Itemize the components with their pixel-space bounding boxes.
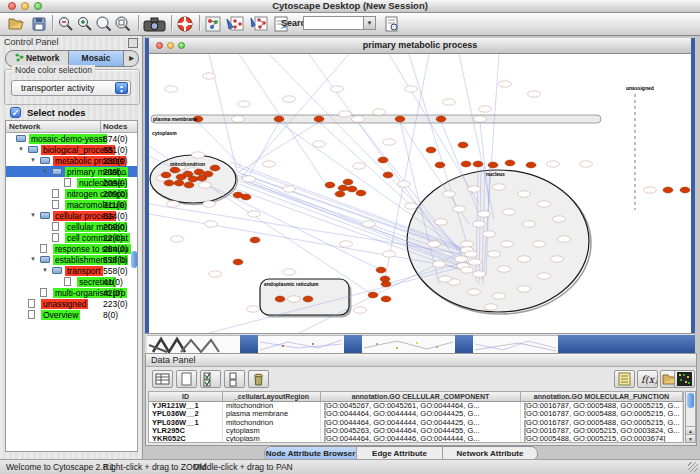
table-cell[interactable]: mitochondrion	[223, 419, 321, 427]
tree-row[interactable]: secretion41(0)	[6, 276, 137, 287]
zoom-out-button[interactable]	[57, 15, 75, 33]
table-cell[interactable]: [GO:0016787, GO:0005488, GO:0005215, G..…	[521, 402, 683, 410]
open-file-button[interactable]	[7, 15, 25, 33]
tree-row[interactable]: cell communicat22(0)	[6, 232, 137, 243]
expand-triangle-icon[interactable]: ▼	[30, 157, 36, 164]
background-view-sliver[interactable]	[147, 335, 240, 353]
expand-triangle-icon[interactable]: ▼	[18, 146, 24, 153]
table-column-header[interactable]: annotation.GO MOLECULAR_FUNCTION	[521, 392, 683, 402]
network-view-titlebar[interactable]: primary metabolic process	[149, 38, 691, 54]
table-cell[interactable]: YKR052C	[149, 435, 223, 443]
attribute-matrix-button[interactable]	[674, 370, 695, 388]
formula-builder-button[interactable]: f(x)	[637, 370, 658, 388]
table-column-header[interactable]: annotation.GO CELLULAR_COMPONENT	[321, 392, 521, 402]
background-view-sliver[interactable]	[473, 335, 558, 353]
tab-network[interactable]: Network	[6, 51, 68, 66]
tree-row[interactable]: ▼establishment of lo558(0)	[6, 254, 137, 265]
scrollbar-thumb[interactable]	[687, 393, 694, 408]
table-cell[interactable]: YLR295C	[149, 427, 223, 435]
help-button[interactable]	[176, 15, 194, 33]
tree-row[interactable]: ▼biological_process651(0)	[6, 144, 137, 155]
zoom-selected-button[interactable]	[95, 15, 113, 33]
table-cell[interactable]: [GO:0016787, GO:0005488, GO:0005215, G..…	[521, 410, 683, 418]
expand-triangle-icon[interactable]: ▼	[30, 212, 36, 219]
snapshot-button[interactable]	[143, 15, 167, 33]
search-input[interactable]	[303, 16, 365, 30]
scroll-up-icon[interactable]: ▲	[686, 426, 695, 434]
tree-row[interactable]: Overview8(0)	[6, 309, 137, 320]
tree-row[interactable]: mosaic-demo-yeast874(0)	[6, 133, 137, 144]
table-cell[interactable]: YPL036W__1	[149, 419, 223, 427]
background-view-sliver[interactable]	[258, 335, 344, 353]
save-button[interactable]	[30, 15, 48, 33]
expand-triangle-icon[interactable]: ▼	[42, 168, 48, 175]
table-cell[interactable]: YPL036W__2	[149, 410, 223, 418]
tree-row-label[interactable]: Overview	[41, 310, 80, 320]
gene-label-node	[238, 101, 251, 107]
layout-b-button[interactable]	[250, 15, 268, 33]
search-dropdown-arrow[interactable]: ▼	[363, 16, 376, 30]
table-scrollbar[interactable]: ▲ ▼	[685, 391, 696, 443]
float-panel-icon[interactable]	[128, 38, 138, 48]
tree-row[interactable]: ▼cellular process614(0)	[6, 210, 137, 221]
scroll-down-icon[interactable]: ▼	[686, 434, 695, 442]
attribute-table-button[interactable]	[152, 370, 173, 388]
table-cell[interactable]: [GO:0044464, GO:0044444, GO:0044425, G..…	[321, 419, 521, 427]
window-titlebar[interactable]: Cytoscape Desktop (New Session)	[0, 0, 700, 13]
network-tree: Network Nodes mosaic-demo-yeast874(0)▼bi…	[5, 120, 138, 452]
table-cell[interactable]: cytoplasm	[223, 435, 321, 443]
table-cell[interactable]: plasma membrane	[223, 410, 321, 418]
expand-triangle-icon[interactable]: ▼	[30, 256, 36, 263]
tree-row-label[interactable]: transport	[65, 266, 103, 276]
tree-row-node-count: 41(0)	[103, 277, 123, 287]
table-cell[interactable]: [GO:0005488, GO:0005215, GO:0003674]	[521, 435, 683, 443]
table-cell[interactable]: [GO:0016787, GO:0005488, GO:0005215, G..…	[521, 419, 683, 427]
tree-row[interactable]: ▼primary metabo209(...	[6, 166, 137, 177]
tree-row[interactable]: multi-organism pro42(0)	[6, 287, 137, 298]
node-color-dropdown[interactable]: transporter activity ▲ ▼	[11, 80, 131, 96]
table-column-header[interactable]: ID	[149, 392, 223, 402]
notepad-button[interactable]	[614, 370, 635, 388]
expand-triangle-icon[interactable]: ▼	[42, 267, 48, 274]
tree-row[interactable]: response to stimulu264(0)	[6, 243, 137, 254]
resize-grip[interactable]	[688, 462, 698, 472]
table-cell[interactable]: [GO:0045267, GO:0045261, GO:0044464, G..…	[321, 402, 521, 410]
tree-header[interactable]: Network Nodes	[6, 121, 137, 133]
tree-row-label[interactable]: unassigned	[41, 299, 88, 309]
data-panel-titlebar[interactable]: Data Panel	[146, 354, 696, 367]
table-cell[interactable]: [GO:0016787, GO:0005215, GO:0003824, G..…	[521, 427, 683, 435]
select-nodes-checkbox[interactable]: ✓	[10, 107, 21, 118]
table-cell[interactable]: YJR121W__1	[149, 402, 223, 410]
tab-overflow-arrow[interactable]: ▶	[125, 51, 138, 66]
tree-row[interactable]: nitrogen compo209(0)	[6, 188, 137, 199]
tree-row[interactable]: ▼transport558(0)	[6, 265, 137, 276]
tree-row[interactable]: nucleobase-209(0)	[6, 177, 137, 188]
zoom-in-button[interactable]	[76, 15, 94, 33]
tree-row[interactable]: cellular metabo209(0)	[6, 221, 137, 232]
zoom-fit-button[interactable]	[114, 15, 132, 33]
tree-row[interactable]: ▼metabolic process280(0)	[6, 155, 137, 166]
tree-row[interactable]: unassigned223(0)	[6, 298, 137, 309]
table-column-header[interactable]: _cellularLayoutRegion	[223, 392, 321, 402]
selected-gene-node	[303, 296, 313, 302]
network-canvas[interactable]: plasma membranecytoplasmmitochondrionnuc…	[149, 54, 691, 333]
table-cell[interactable]: [GO:0044464, GO:0044444, GO:0044425, G..…	[321, 410, 521, 418]
select-attributes-button[interactable]	[200, 370, 221, 388]
table-cell[interactable]: mitochondrion	[223, 402, 321, 410]
new-attribute-button[interactable]	[176, 370, 197, 388]
vizmapper-button[interactable]	[204, 15, 222, 33]
table-cell[interactable]: [GO:0045263, GO:0044464, GO:0044455, G..…	[321, 427, 521, 435]
tree-scrollbar-thumb[interactable]	[131, 251, 137, 268]
layout-a-button[interactable]	[226, 15, 244, 33]
table-cell[interactable]: [GO:0044464, GO:0044446, GO:0044444, G..…	[321, 435, 521, 443]
delete-attribute-button[interactable]	[248, 370, 269, 388]
tree-row-label[interactable]: mosaic-demo-yeast	[29, 134, 107, 144]
dropdown-stepper-icon: ▲ ▼	[115, 82, 128, 94]
unselect-attributes-button[interactable]	[224, 370, 245, 388]
tree-row[interactable]: macromolecule311(0)	[6, 199, 137, 210]
search-options-button[interactable]	[383, 15, 401, 33]
table-cell[interactable]: cytoplasm	[223, 427, 321, 435]
background-view-sliver[interactable]	[362, 335, 455, 353]
attribute-table[interactable]: ID_cellularLayoutRegionannotation.GO CEL…	[148, 391, 684, 443]
tab-mosaic[interactable]: Mosaic	[68, 51, 124, 66]
